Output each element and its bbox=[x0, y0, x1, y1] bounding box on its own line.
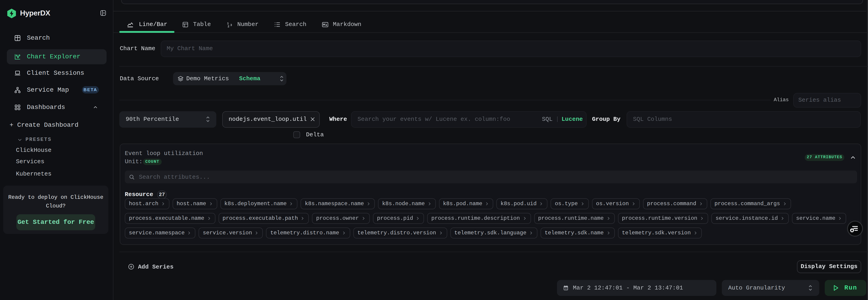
svg-text:3: 3 bbox=[230, 24, 232, 27]
svg-text:2: 2 bbox=[228, 25, 229, 28]
svg-text:1: 1 bbox=[565, 287, 566, 290]
